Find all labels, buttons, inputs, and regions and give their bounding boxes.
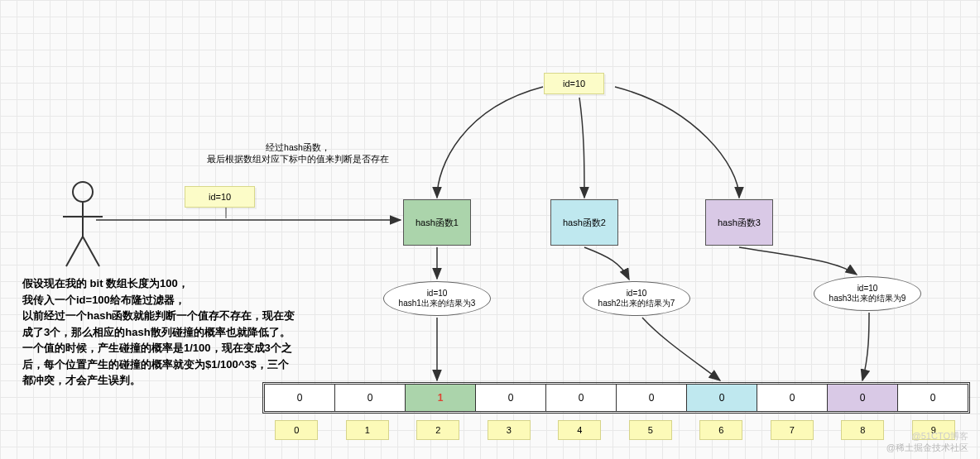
index-row: 0 1 2 3 4 5 6 7 8 9 xyxy=(262,420,970,443)
bit-cell-9: 0 xyxy=(898,385,968,411)
oval3-l1: id=10 xyxy=(858,284,878,294)
hash-func-2: hash函数2 xyxy=(550,199,618,246)
bit-cell-0: 0 xyxy=(265,385,335,411)
oval1-l2: hash1出来的结果为3 xyxy=(399,299,476,308)
index-0: 0 xyxy=(275,420,318,440)
oval1-l1: id=10 xyxy=(427,289,448,299)
index-1: 1 xyxy=(346,420,389,440)
input-sticky-top: id=10 xyxy=(544,73,604,94)
note-line-1: 经过hash函数， xyxy=(207,142,389,154)
bit-cell-7: 0 xyxy=(757,385,828,411)
desc-l5: 一个值的时候，产生碰撞的概率是1/100，现在变成3个之 xyxy=(22,340,378,356)
desc-l2: 我传入一个id=100给布隆过滤器， xyxy=(22,292,378,308)
desc-l3: 以前经过一个hash函数就能判断一个值存不存在，现在变 xyxy=(22,308,378,324)
hash-func-1: hash函数1 xyxy=(403,199,471,246)
note-line-2: 最后根据数组对应下标中的值来判断是否存在 xyxy=(207,154,389,165)
description-text: 假设现在我的 bit 数组长度为100， 我传入一个id=100给布隆过滤器， … xyxy=(22,275,378,389)
desc-l1: 假设现在我的 bit 数组长度为100， xyxy=(22,275,378,292)
bit-cell-5: 0 xyxy=(617,385,687,411)
index-4: 4 xyxy=(558,420,601,440)
desc-l4: 成了3个，那么相应的hash散列碰撞的概率也就降低了。 xyxy=(22,324,378,341)
oval2-l2: hash2出来的结果为7 xyxy=(598,299,675,308)
bit-cell-1: 0 xyxy=(335,385,406,411)
bit-cell-4: 0 xyxy=(546,385,617,411)
oval2-l1: id=10 xyxy=(627,289,647,299)
hash-result-3: id=10 hash3出来的结果为9 xyxy=(814,276,921,311)
hash-func-3: hash函数3 xyxy=(705,199,773,246)
watermark-1: @稀土掘金技术社区 xyxy=(886,442,968,454)
bit-array: 0 0 1 0 0 0 0 0 0 0 xyxy=(262,382,970,414)
index-3: 3 xyxy=(488,420,531,440)
bit-cell-8: 0 xyxy=(828,385,898,411)
svg-line-4 xyxy=(83,237,99,266)
svg-line-3 xyxy=(66,237,83,266)
bit-cell-3: 0 xyxy=(476,385,546,411)
index-8: 8 xyxy=(841,420,884,440)
index-6: 6 xyxy=(699,420,742,440)
oval3-l2: hash3出来的结果为9 xyxy=(829,294,906,304)
input-sticky-left: id=10 xyxy=(185,186,255,208)
hash-note: 经过hash函数， 最后根据数组对应下标中的值来判断是否存在 xyxy=(207,142,389,165)
hash-result-2: id=10 hash2出来的结果为7 xyxy=(583,281,690,316)
index-2: 2 xyxy=(416,420,459,440)
index-7: 7 xyxy=(771,420,814,440)
bit-cell-2: 1 xyxy=(406,385,476,411)
stick-figure-icon xyxy=(58,180,108,271)
desc-l6: 后，每个位置产生的碰撞的概率就变为$1/100^3$，三个 xyxy=(22,356,378,373)
index-5: 5 xyxy=(629,420,672,440)
svg-point-0 xyxy=(73,182,93,202)
bit-cell-6: 0 xyxy=(687,385,757,411)
hash-result-1: id=10 hash1出来的结果为3 xyxy=(383,281,491,316)
watermark-2: @51CTO博客 xyxy=(912,430,968,442)
